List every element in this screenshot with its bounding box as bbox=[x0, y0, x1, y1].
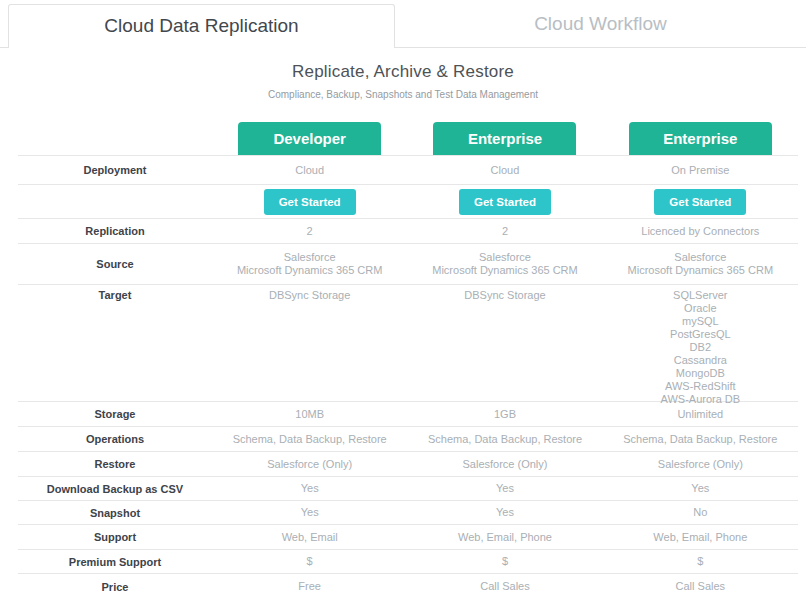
plan-value: Salesforce Microsoft Dynamics 365 CRM bbox=[407, 251, 602, 277]
plan-value: SQLServer Oracle mySQL PostGresQL DB2 Ca… bbox=[603, 289, 798, 406]
plan-value: Yes bbox=[407, 482, 602, 495]
row-label: Replication bbox=[18, 225, 212, 237]
row-label: Download Backup as CSV bbox=[18, 483, 212, 495]
plan-value: 10MB bbox=[212, 408, 407, 421]
plan-value: $ bbox=[407, 555, 602, 568]
plan-header-enterprise-cloud: Enterprise bbox=[433, 122, 576, 155]
plan-value: Yes bbox=[603, 482, 798, 495]
plan-value: Licenced by Connectors bbox=[603, 225, 798, 238]
plan-value: Unlimited bbox=[603, 408, 798, 421]
plan-value: Web, Email, Phone bbox=[603, 531, 798, 544]
row-label: Support bbox=[18, 531, 212, 543]
plan-value: Yes bbox=[407, 506, 602, 519]
table-row-deployment: Deployment Cloud Cloud On Premise bbox=[18, 156, 798, 185]
table-row-download-backup-csv: Download Backup as CSV Yes Yes Yes bbox=[18, 477, 798, 501]
plan-value: 1GB bbox=[407, 408, 602, 421]
plan-value: $ bbox=[603, 555, 798, 568]
table-row-replication: Replication 2 2 Licenced by Connectors bbox=[18, 219, 798, 244]
table-row-target: Target DBSync Storage DBSync Storage SQL… bbox=[18, 285, 798, 402]
plan-value: Yes bbox=[212, 482, 407, 495]
tab-cloud-workflow[interactable]: Cloud Workflow bbox=[395, 3, 806, 47]
table-row-support: Support Web, Email Web, Email, Phone Web… bbox=[18, 525, 798, 550]
plan-value: $ bbox=[212, 555, 407, 568]
row-label: Premium Support bbox=[18, 556, 212, 568]
plan-value: Free bbox=[212, 580, 407, 593]
plan-value: Salesforce (Only) bbox=[603, 458, 798, 471]
plan-value: DBSync Storage bbox=[212, 289, 407, 302]
tab-bar: Cloud Data Replication Cloud Workflow bbox=[0, 0, 806, 48]
table-row-get-started: Get Started Get Started Get Started bbox=[18, 185, 798, 219]
plan-header-enterprise-onpremise: Enterprise bbox=[629, 122, 772, 155]
get-started-button-enterprise-onpremise[interactable]: Get Started bbox=[654, 189, 746, 215]
row-label: Restore bbox=[18, 458, 212, 470]
plan-value: Cloud bbox=[212, 164, 407, 177]
row-label: Target bbox=[18, 289, 212, 301]
table-row-restore: Restore Salesforce (Only) Salesforce (On… bbox=[18, 452, 798, 477]
plan-value: Schema, Data Backup, Restore bbox=[407, 433, 602, 446]
row-label: Deployment bbox=[18, 164, 212, 176]
plan-value: Cloud bbox=[407, 164, 602, 177]
table-row-snapshot: Snapshot Yes Yes No bbox=[18, 501, 798, 525]
table-row-source: Source Salesforce Microsoft Dynamics 365… bbox=[18, 244, 798, 285]
row-label: Snapshot bbox=[18, 507, 212, 519]
plan-value: 2 bbox=[407, 225, 602, 238]
plan-value: 2 bbox=[212, 225, 407, 238]
plan-value: Salesforce Microsoft Dynamics 365 CRM bbox=[603, 251, 798, 277]
plan-value: On Premise bbox=[603, 164, 798, 177]
plan-value: Web, Email bbox=[212, 531, 407, 544]
plan-header-row: Developer Enterprise Enterprise bbox=[18, 121, 798, 156]
plan-value: No bbox=[603, 506, 798, 519]
plan-value: Salesforce Microsoft Dynamics 365 CRM bbox=[212, 251, 407, 277]
pricing-table: Developer Enterprise Enterprise Deployme… bbox=[18, 121, 798, 599]
row-label: Operations bbox=[18, 433, 212, 445]
plan-value: Call Sales bbox=[603, 580, 798, 593]
plan-value: Schema, Data Backup, Restore bbox=[603, 433, 798, 446]
get-started-button-enterprise-cloud[interactable]: Get Started bbox=[459, 189, 551, 215]
table-row-premium-support: Premium Support $ $ $ bbox=[18, 550, 798, 574]
plan-value: Salesforce (Only) bbox=[212, 458, 407, 471]
tab-cloud-data-replication[interactable]: Cloud Data Replication bbox=[8, 4, 395, 48]
page-header: Replicate, Archive & Restore Compliance,… bbox=[0, 62, 806, 100]
row-label: Price bbox=[18, 581, 212, 593]
plan-header-developer: Developer bbox=[238, 122, 381, 155]
plan-value: Schema, Data Backup, Restore bbox=[212, 433, 407, 446]
plan-value: DBSync Storage bbox=[407, 289, 602, 302]
table-row-operations: Operations Schema, Data Backup, Restore … bbox=[18, 427, 798, 452]
row-label: Source bbox=[18, 258, 212, 270]
page-subtitle: Compliance, Backup, Snapshots and Test D… bbox=[0, 89, 806, 100]
plan-value: Call Sales bbox=[407, 580, 602, 593]
row-label: Storage bbox=[18, 408, 212, 420]
plan-value: Yes bbox=[212, 506, 407, 519]
page-title: Replicate, Archive & Restore bbox=[0, 62, 806, 82]
plan-value: Salesforce (Only) bbox=[407, 458, 602, 471]
plan-value: Web, Email, Phone bbox=[407, 531, 602, 544]
get-started-button-developer[interactable]: Get Started bbox=[264, 189, 356, 215]
table-row-price: Price Free Call Sales Call Sales bbox=[18, 574, 798, 599]
